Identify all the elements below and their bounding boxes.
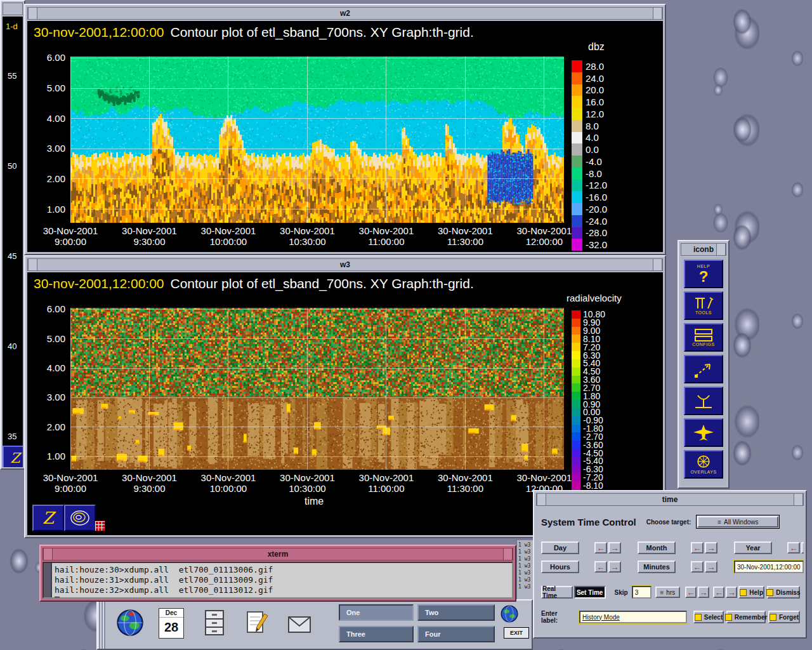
skip-forward-button[interactable]: → [698, 587, 709, 598]
colorbar-cell [572, 351, 580, 359]
spinner-year-button[interactable]: Year [734, 541, 772, 554]
tools-label: TOOLS [695, 310, 712, 315]
select-button[interactable]: Select [693, 611, 724, 623]
skip-back-button[interactable]: ← [685, 587, 697, 598]
terminal-content[interactable]: hail:houze:30>xdump.all etl700_01113006.… [43, 562, 513, 599]
skip-value-field[interactable]: 3 [632, 586, 652, 599]
spinner-hours-increment-button[interactable]: → [608, 561, 621, 573]
x-axis-tick-label: 30-Nov-200111:30:00 [429, 225, 501, 247]
step-forward-button[interactable]: → [726, 587, 737, 598]
configs-button[interactable]: CONFIGS [684, 323, 723, 352]
globe-launcher[interactable] [115, 608, 145, 637]
resize-handle-icon[interactable] [716, 244, 726, 255]
resize-handle-icon[interactable] [503, 548, 513, 560]
choose-target-dropdown[interactable]: ≡ All Windows [697, 516, 778, 527]
label-field[interactable]: History Mode [579, 611, 687, 623]
resize-handle-icon[interactable] [653, 259, 662, 270]
spinner-minutes-increment-button[interactable]: → [705, 561, 717, 573]
window-1d-titlebar[interactable] [3, 3, 23, 15]
beam-pointing-button[interactable] [684, 355, 723, 383]
spinner-month-increment-button[interactable]: → [705, 542, 717, 554]
spinner-minutes-decrement-button[interactable]: ← [691, 561, 704, 573]
choose-target-value: All Windows [724, 519, 758, 526]
workspace-button-four[interactable]: Four [417, 626, 495, 642]
configs-icon [693, 328, 714, 342]
window-iconbox-title: iconb [693, 245, 714, 254]
file-manager-launcher[interactable] [200, 608, 228, 639]
x-tick-time: 11:00:00 [350, 483, 422, 494]
window-time-titlebar[interactable]: time [536, 493, 804, 506]
colorbar-tick-label: -20.0 [586, 203, 607, 215]
zeb-logo-button[interactable]: Z [32, 505, 64, 531]
calendar-launcher[interactable]: Dec 28 [159, 608, 184, 639]
app-icon [725, 614, 732, 621]
workspace-button-one[interactable]: One [339, 604, 414, 621]
antenna-icon [693, 392, 714, 410]
colorbar-tick-label: 8.0 [586, 120, 607, 132]
colorbar-labels: 28.024.020.016.012.08.04.00.0-4.0-8.0-12… [586, 60, 607, 251]
spinner-day-button[interactable]: Day [541, 541, 579, 554]
resize-handle-icon[interactable] [28, 8, 37, 19]
aircraft-button[interactable] [684, 418, 723, 447]
dismiss-button[interactable]: Dismiss [767, 586, 800, 599]
remember-label: Remember [735, 614, 768, 621]
spinner-minutes-button[interactable]: Minutes [638, 560, 676, 573]
mail-launcher[interactable] [285, 608, 315, 639]
spinner-day-increment-button[interactable]: → [608, 542, 621, 554]
window-w2-content: 30-nov-2001,12:00:00Contour plot of etl_… [27, 21, 663, 252]
terminal-cursor[interactable] [55, 597, 60, 599]
colorbar-tick-label: -8.0 [586, 168, 607, 180]
spinner-year-increment-button[interactable]: → [801, 542, 804, 554]
spinner-year-decrement-button[interactable]: ← [787, 542, 800, 554]
x-tick-time: 11:30:00 [429, 483, 501, 494]
real-time-button[interactable]: Real Time [541, 586, 573, 599]
help-button[interactable]: Help [738, 586, 764, 599]
panel-handle[interactable] [98, 600, 105, 649]
skip-unit-dropdown[interactable]: ≡ hrs [655, 587, 680, 598]
contour-tool-button[interactable] [64, 505, 96, 531]
x-tick-date: 30-Nov-2001 [113, 472, 185, 483]
overlays-button[interactable]: OVERLAYS [684, 450, 723, 479]
step-back-button[interactable]: ← [713, 587, 724, 598]
y-axis-tick-label: 6.00 [30, 303, 65, 314]
antenna-profile-button[interactable] [684, 387, 723, 415]
network-globe-launcher[interactable] [500, 604, 519, 623]
help-button[interactable]: HELP ? [684, 260, 723, 288]
resize-handle-icon[interactable] [28, 259, 37, 270]
grid-tool-icon[interactable] [95, 521, 105, 531]
resize-handle-icon[interactable] [537, 494, 546, 505]
set-time-button[interactable]: Set Time [574, 586, 606, 599]
colorbar-cell [572, 335, 580, 343]
notes-launcher[interactable] [242, 608, 272, 639]
zeb-logo-icon[interactable]: Z [3, 446, 23, 467]
plot-title-text: Contour plot of etl_sband_700ns. XY Grap… [171, 276, 474, 291]
window-w2-titlebar[interactable]: w2 [27, 7, 663, 20]
spinner-hours-button[interactable]: Hours [541, 560, 579, 573]
scale-tick-label: 55 [8, 71, 16, 81]
workspace-button-two[interactable]: Two [417, 604, 495, 621]
window-xterm-titlebar[interactable]: xterm [43, 548, 513, 560]
tools-button[interactable]: TOOLS [684, 291, 723, 320]
menu-icon: ≡ [660, 589, 664, 596]
spinner-month-decrement-button[interactable]: ← [691, 542, 704, 554]
remember-button[interactable]: Remember [726, 611, 766, 623]
spinner-day-decrement-button[interactable]: ← [594, 542, 607, 554]
colorbar-cell [572, 108, 582, 120]
colorbar-cell [572, 457, 580, 465]
resize-handle-icon[interactable] [794, 494, 803, 505]
resize-handle-icon[interactable] [653, 8, 662, 19]
spinner-hours-decrement-button[interactable]: ← [594, 561, 607, 573]
y-axis-tick-label: 2.00 [30, 173, 65, 184]
resize-handle-icon[interactable] [43, 548, 53, 560]
exit-button[interactable]: EXIT [504, 627, 529, 639]
workspace-button-three[interactable]: Three [339, 626, 414, 642]
forget-button[interactable]: Forget [768, 611, 800, 623]
window-iconbox-titlebar[interactable]: iconb [681, 243, 726, 256]
spinner-month-button[interactable]: Month [638, 541, 676, 554]
colorbar-cell [572, 359, 580, 368]
colorbar-cell [572, 343, 580, 351]
terminal-scrollbar[interactable] [44, 563, 52, 597]
x-tick-time: 10:00:00 [192, 483, 265, 494]
datetime-field[interactable]: 30-Nov-2001,12:00:00 [734, 560, 804, 573]
window-w3-titlebar[interactable]: w3 [27, 258, 663, 271]
